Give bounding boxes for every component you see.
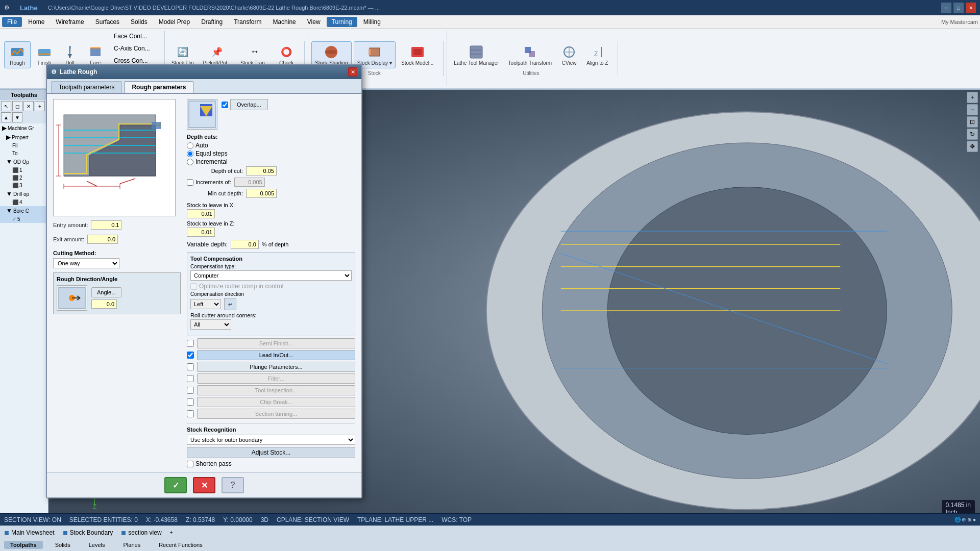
menu-home[interactable]: Home — [23, 17, 50, 27]
vp-fit[interactable]: ⊡ — [967, 116, 978, 128]
shorten-pass-checkbox[interactable] — [187, 461, 193, 467]
angle-input[interactable] — [91, 299, 117, 309]
ribbon-btn-align-z[interactable]: Z Align to Z — [583, 41, 611, 68]
ribbon-btn-toolpath-transform[interactable]: Toolpath Transform — [505, 41, 556, 68]
chip-break-checkbox[interactable] — [187, 398, 194, 406]
tree-item-1[interactable]: ⬛ 1 — [0, 166, 48, 174]
comp-dir-select[interactable]: Left Right — [190, 299, 221, 309]
ribbon-btn-stock-model[interactable]: Stock Model... — [398, 41, 437, 68]
radio-equal[interactable] — [187, 151, 193, 157]
exit-amount-input[interactable] — [87, 235, 118, 244]
sidebar-btn-delete[interactable]: ✕ — [23, 101, 34, 111]
menu-model-prep[interactable]: Model Prep — [154, 17, 195, 27]
tree-item-4[interactable]: ⬛ 4 — [0, 198, 48, 206]
chip-break-button[interactable]: Chip Break... — [197, 397, 355, 407]
plunge-params-button[interactable]: Plunge Parameters... — [197, 362, 355, 372]
optimize-checkbox[interactable] — [190, 283, 197, 290]
view-plus-btn[interactable]: + — [170, 530, 173, 535]
cutting-method-select[interactable]: One way Zigzag Back and forth — [53, 258, 119, 268]
menu-file[interactable]: File — [2, 17, 22, 27]
ribbon-btn-lathe-tool-mgr[interactable]: Lathe Tool Manager — [450, 41, 502, 68]
taskbar-planes[interactable]: Planes — [117, 541, 147, 549]
angle-button[interactable]: Angle... — [91, 287, 121, 297]
adjust-stock-button[interactable]: Adjust Stock... — [187, 447, 355, 458]
radio-auto[interactable] — [187, 142, 193, 149]
taskbar-solids[interactable]: Solids — [49, 541, 77, 549]
vp-pan[interactable]: ✥ — [967, 141, 978, 152]
entry-amount-input[interactable] — [91, 220, 121, 230]
tree-fil[interactable]: Fil — [0, 142, 48, 149]
sidebar-btn-up[interactable]: ▲ — [1, 112, 11, 122]
stock-rec-select[interactable]: Use stock for outer boundary Use stock f… — [187, 435, 355, 445]
menu-view[interactable]: View — [302, 17, 326, 27]
dialog-help-button[interactable]: ? — [222, 477, 244, 493]
dialog-cancel-button[interactable]: ✕ — [193, 477, 215, 493]
menu-drafting[interactable]: Drafting — [196, 17, 228, 27]
menu-turning[interactable]: Turning — [327, 17, 357, 27]
tab-toolpath-params[interactable]: Toolpath parameters — [51, 81, 122, 93]
close-button[interactable]: ✕ — [966, 3, 976, 13]
comp-type-select[interactable]: Computer Control Wear Reverse wear Off — [190, 270, 352, 281]
stock-x-input[interactable] — [187, 209, 215, 218]
stock-z-input[interactable] — [187, 228, 215, 237]
depth-of-cut-input[interactable] — [246, 166, 277, 176]
semi-finish-button[interactable]: Semi Finish... — [197, 338, 355, 348]
ribbon-btn-rough[interactable]: Rough — [4, 41, 31, 68]
maximize-button[interactable]: □ — [953, 3, 964, 13]
tab-rough-params[interactable]: Rough parameters — [124, 81, 193, 93]
tree-item-2[interactable]: ⬛ 2 — [0, 174, 48, 182]
filter-button[interactable]: Filter... — [197, 373, 355, 384]
radio-incremental[interactable] — [187, 159, 193, 165]
menu-solids[interactable]: Solids — [126, 17, 153, 27]
tree-machine-group[interactable]: ▶ Machine Gr — [0, 123, 48, 133]
min-cut-input[interactable] — [246, 189, 277, 198]
ribbon-btn-cview[interactable]: CView — [557, 41, 581, 68]
var-depth-input[interactable] — [231, 240, 259, 249]
tree-to[interactable]: To — [0, 149, 48, 157]
lead-inout-button[interactable]: Lead In/Out... — [197, 350, 355, 360]
overlap-button[interactable]: Overlap... — [230, 99, 268, 110]
tool-inspection-button[interactable]: Tool Inspection... — [197, 385, 355, 395]
filter-checkbox[interactable] — [187, 375, 194, 382]
semi-finish-checkbox[interactable] — [187, 340, 194, 347]
lead-inout-checkbox[interactable] — [187, 352, 194, 359]
vp-rotate[interactable]: ↻ — [967, 129, 978, 140]
increments-input[interactable] — [234, 178, 265, 187]
caxis-label: C-Axis Con... — [114, 45, 150, 52]
minimize-button[interactable]: ─ — [941, 3, 951, 13]
tree-bore-c[interactable]: ▼ Bore C — [0, 206, 48, 215]
menu-machine[interactable]: Machine — [267, 17, 301, 27]
sidebar-btn-arrow[interactable]: ↖ — [1, 101, 11, 111]
tree-drill-op[interactable]: ▼ Drill op — [0, 189, 48, 198]
dialog-ok-button[interactable]: ✓ — [164, 477, 187, 493]
ribbon-btn-caxis[interactable]: C-Axis Con... — [109, 43, 155, 54]
sidebar-btn-add[interactable]: + — [35, 101, 45, 111]
taskbar-toolpaths[interactable]: Toolpaths — [4, 541, 43, 549]
taskbar-recent-functions[interactable]: Recent Functions — [153, 541, 209, 549]
svg-rect-9 — [370, 48, 380, 56]
comp-dir-button[interactable]: ↩ — [224, 298, 236, 310]
sidebar-btn-select[interactable]: ◻ — [12, 101, 22, 111]
taskbar-levels[interactable]: Levels — [83, 541, 111, 549]
tree-properties[interactable]: ▶ Propert — [0, 133, 48, 142]
menu-wireframe[interactable]: Wireframe — [51, 17, 89, 27]
vp-zoom-in[interactable]: + — [967, 92, 978, 103]
plunge-params-checkbox[interactable] — [187, 363, 194, 370]
section-turning-button[interactable]: Section turning... — [197, 409, 355, 419]
ribbon-btn-face-cont[interactable]: Face Cont... — [109, 31, 155, 42]
dialog-close-button[interactable]: ✕ — [348, 67, 357, 77]
vp-zoom-out[interactable]: − — [967, 104, 978, 115]
menu-surfaces[interactable]: Surfaces — [90, 17, 125, 27]
tool-inspection-checkbox[interactable] — [187, 387, 194, 394]
increments-checkbox[interactable] — [187, 179, 193, 186]
overlap-checkbox[interactable] — [222, 102, 228, 108]
tree-od-op[interactable]: ▼ OD Op — [0, 157, 48, 166]
section-turning-checkbox[interactable] — [187, 410, 194, 417]
tree-item-3[interactable]: ⬛ 3 — [0, 182, 48, 189]
menu-transform[interactable]: Transform — [229, 17, 266, 27]
menu-milling[interactable]: Milling — [358, 17, 386, 27]
tree-item-5[interactable]: ✓ 5 — [0, 215, 48, 223]
roll-corners-select[interactable]: All None Sharp — [190, 319, 231, 330]
sidebar-btn-down[interactable]: ▼ — [12, 112, 22, 122]
svg-text:Z: Z — [594, 51, 598, 58]
